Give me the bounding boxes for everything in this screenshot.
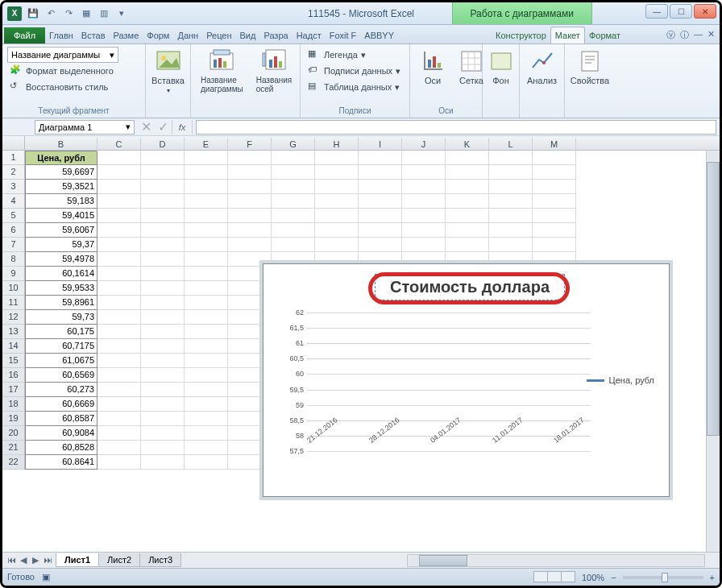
tab-chart-layout[interactable]: Макет — [550, 27, 585, 43]
empty-cell[interactable] — [98, 368, 141, 383]
background-button[interactable]: Фон — [488, 47, 514, 87]
mdi-min-icon[interactable]: — — [694, 29, 703, 41]
empty-cell[interactable] — [185, 412, 228, 426]
zoom-slider-knob[interactable] — [662, 573, 668, 582]
table-cell[interactable]: 60,7175 — [25, 339, 98, 354]
properties-button[interactable]: Свойства — [570, 47, 610, 87]
tab-pagelayout[interactable]: Разме — [110, 27, 143, 43]
mdi-close-icon[interactable]: ✕ — [707, 29, 715, 41]
empty-cell[interactable] — [446, 194, 489, 209]
chart-element-selector[interactable]: Название диаграммы▾ — [7, 47, 118, 63]
empty-cell[interactable] — [141, 165, 185, 180]
row-header[interactable]: 3 — [2, 180, 24, 194]
empty-cell[interactable] — [98, 194, 141, 209]
empty-cell[interactable] — [359, 238, 402, 252]
empty-cell[interactable] — [185, 281, 228, 296]
empty-cell[interactable] — [402, 238, 446, 252]
tab-addins[interactable]: Надст — [293, 27, 326, 43]
tab-chart-format[interactable]: Формат — [585, 27, 624, 43]
empty-cell[interactable] — [185, 455, 228, 470]
tab-data[interactable]: Данн — [173, 27, 202, 43]
table-cell[interactable]: 60.8641 — [25, 455, 98, 470]
empty-cell[interactable] — [141, 223, 185, 238]
next-sheet-icon[interactable]: ▶ — [30, 555, 41, 565]
empty-cell[interactable] — [489, 180, 533, 194]
undo-icon[interactable]: ↶ — [44, 7, 57, 20]
empty-cell[interactable] — [315, 151, 359, 165]
empty-cell[interactable] — [185, 354, 228, 368]
empty-cell[interactable] — [359, 223, 402, 238]
axes-button[interactable]: Оси — [415, 47, 450, 87]
prev-sheet-icon[interactable]: ◀ — [18, 555, 29, 565]
table-cell[interactable]: 60,8528 — [25, 441, 98, 455]
empty-cell[interactable] — [489, 194, 533, 209]
column-header[interactable]: M — [533, 138, 576, 151]
reset-style-button[interactable]: ↺Восстановить стиль — [7, 79, 140, 95]
empty-cell[interactable] — [446, 180, 489, 194]
empty-cell[interactable] — [185, 441, 228, 455]
x-axis[interactable]: 21.12.201628.12.201604.01.201711.01.2017… — [302, 425, 591, 458]
table-cell[interactable]: 59,73 — [25, 310, 98, 325]
empty-cell[interactable] — [446, 151, 489, 165]
empty-cell[interactable] — [98, 151, 141, 165]
sheet-tab-2[interactable]: Лист2 — [98, 553, 140, 567]
formula-input[interactable] — [196, 120, 716, 135]
row-header[interactable]: 10 — [2, 281, 24, 296]
table-cell[interactable]: 60,6569 — [25, 368, 98, 383]
maximize-button[interactable]: ☐ — [670, 4, 692, 19]
empty-cell[interactable] — [98, 209, 141, 223]
tab-review[interactable]: Рецен — [202, 27, 235, 43]
table-header-cell[interactable]: Цена, рубл — [25, 151, 98, 165]
analysis-button[interactable]: Анализ — [525, 47, 559, 87]
empty-cell[interactable] — [272, 180, 315, 194]
minimize-ribbon-icon[interactable]: ⓥ — [666, 29, 675, 41]
empty-cell[interactable] — [98, 267, 141, 281]
empty-cell[interactable] — [402, 194, 446, 209]
row-header[interactable]: 19 — [2, 412, 24, 426]
empty-cell[interactable] — [98, 252, 141, 267]
table-cell[interactable]: 60,1614 — [25, 267, 98, 281]
empty-cell[interactable] — [141, 412, 185, 426]
empty-cell[interactable] — [141, 209, 185, 223]
empty-cell[interactable] — [533, 180, 576, 194]
empty-cell[interactable] — [185, 194, 228, 209]
row-header[interactable]: 22 — [2, 455, 24, 470]
tab-foxit[interactable]: Foxit F — [326, 27, 361, 43]
empty-cell[interactable] — [98, 455, 141, 470]
column-header[interactable]: K — [446, 138, 489, 151]
redo-icon[interactable]: ↷ — [62, 7, 75, 20]
empty-cell[interactable] — [315, 180, 359, 194]
empty-cell[interactable] — [533, 194, 576, 209]
empty-cell[interactable] — [141, 180, 185, 194]
empty-cell[interactable] — [359, 209, 402, 223]
tab-developer[interactable]: Разра — [259, 27, 292, 43]
empty-cell[interactable] — [228, 223, 272, 238]
scrollbar-thumb[interactable] — [419, 555, 467, 566]
empty-cell[interactable] — [185, 368, 228, 383]
table-cell[interactable]: 60,6669 — [25, 397, 98, 412]
empty-cell[interactable] — [185, 310, 228, 325]
empty-cell[interactable] — [185, 238, 228, 252]
empty-cell[interactable] — [359, 151, 402, 165]
empty-cell[interactable] — [98, 383, 141, 397]
empty-cell[interactable] — [98, 412, 141, 426]
row-header[interactable]: 18 — [2, 397, 24, 412]
table-cell[interactable]: 59,3521 — [25, 180, 98, 194]
enter-icon[interactable]: ✓ — [155, 119, 172, 135]
empty-cell[interactable] — [141, 310, 185, 325]
data-table-button[interactable]: ▤Таблица данных ▾ — [305, 79, 405, 95]
table-cell[interactable]: 59,9533 — [25, 281, 98, 296]
column-header[interactable]: H — [315, 138, 359, 151]
tab-insert[interactable]: Встав — [77, 27, 110, 43]
empty-cell[interactable] — [402, 223, 446, 238]
column-header[interactable]: J — [402, 138, 446, 151]
empty-cell[interactable] — [228, 151, 272, 165]
empty-cell[interactable] — [315, 209, 359, 223]
zoom-slider[interactable] — [623, 576, 703, 579]
tab-view[interactable]: Вид — [236, 27, 260, 43]
empty-cell[interactable] — [272, 151, 315, 165]
last-sheet-icon[interactable]: ⏭ — [42, 555, 53, 565]
column-header[interactable]: G — [272, 138, 315, 151]
empty-cell[interactable] — [315, 165, 359, 180]
empty-cell[interactable] — [315, 223, 359, 238]
